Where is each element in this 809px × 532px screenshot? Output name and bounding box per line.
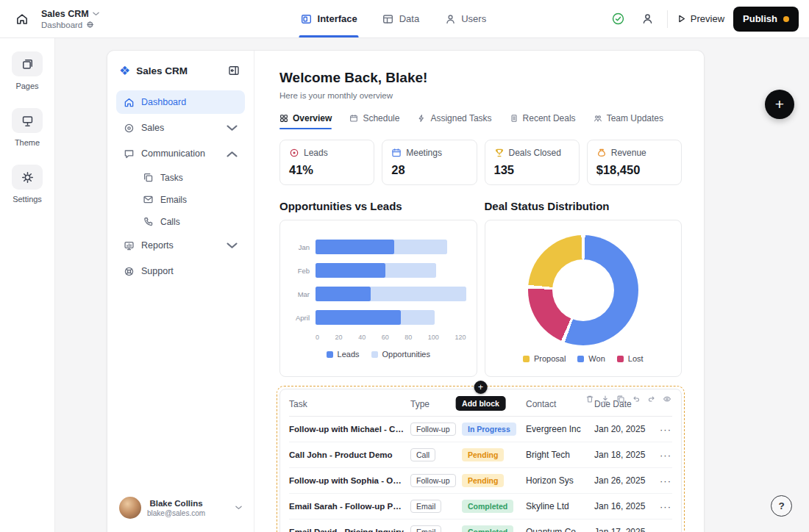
- due-date-cell: Jan 26, 2025: [594, 475, 657, 486]
- table-row[interactable]: Email David - Pricing InquiryEmailComple…: [289, 520, 672, 532]
- legend-swatch-opportunities: [371, 351, 378, 358]
- undo-block-button[interactable]: [632, 395, 641, 403]
- row-actions-button[interactable]: ···: [657, 450, 674, 461]
- sidebar-item-dashboard[interactable]: Dashboard: [116, 90, 245, 114]
- tasks-icon: [143, 172, 154, 183]
- page-name: Dashboard: [41, 21, 82, 29]
- stat-card-deals-closed[interactable]: Deals Closed 135: [485, 140, 580, 185]
- sidebar-item-calls[interactable]: Calls: [116, 212, 245, 231]
- table-row[interactable]: Follow-up with Sophia - Onboa…Follow-upP…: [289, 468, 672, 494]
- rail-item-settings[interactable]: Settings: [12, 165, 43, 204]
- column-header-type[interactable]: Type: [410, 399, 462, 409]
- sidebar-item-emails[interactable]: Emails: [116, 190, 245, 209]
- donut-chart-card[interactable]: Proposal Won Lost: [485, 220, 683, 377]
- sidebar-item-communication[interactable]: Communication: [116, 142, 245, 165]
- chat-icon: [124, 148, 135, 159]
- preview-button[interactable]: Preview: [677, 13, 724, 24]
- tab-team-updates[interactable]: Team Updates: [594, 113, 663, 129]
- theme-icon: [21, 115, 34, 127]
- tasks-table-block[interactable]: + Add block Task Type: [279, 389, 682, 532]
- row-actions-button[interactable]: ···: [657, 501, 674, 512]
- table-row[interactable]: Follow-up with Michael - Contr…Follow-up…: [289, 417, 672, 442]
- chevron-down-icon[interactable]: [93, 12, 99, 16]
- stat-value-leads: 41%: [289, 163, 365, 177]
- bar-row: April: [291, 310, 466, 325]
- add-element-fab[interactable]: +: [765, 90, 794, 119]
- legend-swatch-leads: [327, 351, 333, 358]
- contact-cell: Bright Tech: [526, 450, 594, 460]
- page-title: Welcome Back, Blake!: [279, 70, 682, 86]
- sales-icon: [124, 123, 135, 134]
- due-date-cell: Jan 20, 2025: [594, 424, 657, 434]
- sidebar-item-reports[interactable]: Reports: [116, 234, 245, 257]
- home-button[interactable]: [10, 7, 34, 31]
- users-icon: [444, 13, 456, 25]
- tab-schedule[interactable]: Schedule: [349, 113, 399, 129]
- sidebar-item-tasks[interactable]: Tasks: [116, 168, 245, 187]
- block-toolbar: [585, 395, 671, 403]
- stat-card-revenue[interactable]: Revenue $18,450: [587, 140, 682, 185]
- account-icon: [641, 12, 654, 25]
- contact-cell: Quantum Co: [526, 527, 594, 532]
- interface-icon: [301, 13, 313, 25]
- tab-assigned-tasks[interactable]: Assigned Tasks: [417, 113, 491, 129]
- dashboard-icon: [124, 97, 135, 108]
- visibility-block-button[interactable]: [663, 395, 671, 403]
- delete-block-button[interactable]: [585, 395, 594, 403]
- legend-swatch-proposal: [523, 356, 530, 362]
- collapse-sidebar-button[interactable]: [226, 62, 242, 79]
- dashboard-tabs: Overview Schedule Assigned Tasks Recent …: [279, 113, 682, 129]
- tab-interface[interactable]: Interface: [301, 0, 357, 37]
- task-cell: Email David - Pricing Inquiry: [289, 528, 410, 532]
- column-header-contact[interactable]: Contact: [526, 399, 594, 409]
- sidebar-item-support[interactable]: Support: [116, 259, 245, 283]
- task-cell: Email Sarah - Follow-up Propo…: [289, 502, 410, 511]
- duplicate-block-button[interactable]: [616, 395, 625, 403]
- team-icon: [594, 114, 602, 123]
- row-actions-button[interactable]: ···: [657, 475, 674, 486]
- table-row[interactable]: Email Sarah - Follow-up Propo…EmailCompl…: [289, 494, 672, 520]
- stat-card-meetings[interactable]: Meetings 28: [382, 140, 477, 185]
- user-menu[interactable]: Blake Collins blake@sales.com: [116, 497, 245, 519]
- leads-icon: [289, 148, 299, 158]
- rail-item-theme[interactable]: Theme: [12, 108, 43, 147]
- row-actions-button[interactable]: ···: [657, 527, 674, 532]
- stat-value-deals-closed: 135: [494, 163, 570, 177]
- data-icon: [382, 13, 394, 25]
- stat-card-leads[interactable]: Leads 41%: [279, 140, 374, 185]
- divider: [667, 10, 668, 28]
- check-circle-icon: [611, 12, 625, 26]
- builder-tabs: Interface Data Users: [301, 0, 487, 37]
- sidebar-item-sales[interactable]: Sales: [116, 116, 245, 140]
- deals-icon: [494, 148, 505, 158]
- download-block-button[interactable]: [601, 395, 610, 403]
- tab-users[interactable]: Users: [444, 0, 486, 37]
- play-icon: [677, 14, 686, 24]
- help-button[interactable]: ?: [771, 495, 792, 517]
- pages-icon: [21, 58, 34, 71]
- checks-button[interactable]: [608, 9, 629, 29]
- add-block-button[interactable]: +: [474, 381, 487, 394]
- tab-data[interactable]: Data: [382, 0, 419, 37]
- chevron-down-icon: [227, 123, 238, 134]
- user-email: blake@sales.com: [147, 509, 205, 517]
- contact-cell: Horizon Sys: [526, 475, 594, 486]
- tab-recent-deals[interactable]: Recent Deals: [510, 113, 576, 129]
- tab-overview[interactable]: Overview: [279, 113, 332, 129]
- table-body: Follow-up with Michael - Contr…Follow-up…: [289, 417, 672, 532]
- globe-icon: [86, 21, 94, 29]
- publish-button[interactable]: Publish: [733, 7, 799, 32]
- legend-swatch-won: [577, 356, 584, 362]
- table-row[interactable]: Call John - Product DemoCallPendingBrigh…: [289, 442, 672, 468]
- bar-chart-card[interactable]: JanFebMarApril 020406080100120 Leads Opp…: [279, 220, 477, 377]
- account-button[interactable]: [638, 9, 658, 29]
- column-header-task[interactable]: Task: [289, 399, 410, 409]
- chevron-down-icon: [227, 240, 238, 251]
- rail-item-pages[interactable]: Pages: [12, 51, 43, 90]
- calendar-icon: [349, 114, 358, 123]
- redo-block-button[interactable]: [647, 395, 656, 403]
- revenue-icon: [596, 148, 607, 158]
- undo-arrow-icon: [632, 395, 641, 403]
- row-actions-button[interactable]: ···: [657, 424, 674, 435]
- status-badge: Completed: [462, 525, 513, 532]
